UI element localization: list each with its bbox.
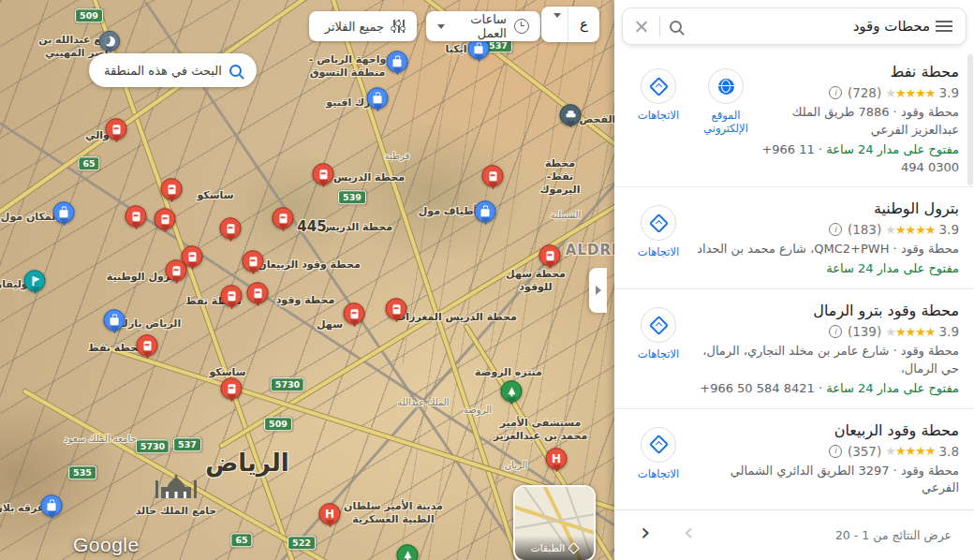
scrollbar[interactable] [967, 54, 973, 185]
result-info: محطة وقود بترو الرمال 3.9★★★★★ (139) محط… [687, 302, 959, 398]
layers-widget[interactable]: الطبقات [513, 485, 596, 560]
gas-pin[interactable] [161, 178, 183, 199]
gas-pin[interactable] [344, 302, 365, 324]
mosque-pin[interactable] [99, 31, 120, 52]
route-shield-522: 522 [288, 536, 316, 550]
mall-pin[interactable] [104, 309, 125, 331]
gas-pin[interactable] [221, 285, 243, 306]
pagination-label: عرض النتائج من 1 - 20 [835, 528, 952, 542]
result-title[interactable]: بترول الوطنية [691, 199, 959, 217]
route-shield-539: 539 [338, 190, 366, 204]
info-icon[interactable] [829, 445, 842, 458]
working-hours-label: ساعات العمل [452, 12, 507, 40]
close-icon[interactable] [623, 20, 659, 34]
landmark-pin[interactable] [24, 270, 46, 291]
star-icon: ★ [906, 444, 916, 458]
language-selector[interactable]: ع [541, 7, 599, 42]
search-result[interactable]: محطة وقود الربيعان 3.8★★★★★ (357) محطة و… [614, 409, 974, 510]
result-rating: 3.9★★★★★ (728) [759, 85, 959, 100]
mall-pin[interactable] [367, 87, 389, 109]
open-hours: مفتوح على مدار 24 ساعة · +966 11 494 030… [759, 141, 959, 177]
directions-icon [648, 76, 668, 96]
star-icon: ★ [906, 223, 916, 237]
chevron-down-icon[interactable] [547, 18, 568, 32]
gas-pin[interactable] [386, 298, 407, 319]
gas-pin[interactable] [220, 217, 242, 239]
website-button[interactable]: الموقع الإلكتروني [697, 68, 755, 136]
info-icon[interactable] [829, 86, 842, 99]
layers-label: الطبقات [531, 542, 565, 553]
search-box[interactable]: محطات وقود [622, 7, 967, 45]
language-label: ع [568, 7, 599, 42]
search-this-area-button[interactable]: البحث في هذه المنطقة [89, 53, 257, 87]
route-shield-5730: 5730 [271, 377, 304, 391]
gas-pin[interactable] [166, 259, 187, 281]
result-title[interactable]: محطة وقود بترو الرمال [691, 302, 959, 319]
all-filters-button[interactable]: جميع الفلاتر [309, 11, 417, 41]
route-shield-65: 65 [230, 533, 252, 547]
result-title[interactable]: محطة نفط [759, 63, 959, 81]
hospital-pin[interactable]: H [546, 448, 568, 469]
star-icon: ★ [925, 325, 936, 339]
park-pin[interactable] [397, 544, 419, 560]
working-hours-button[interactable]: ساعات العمل [426, 11, 540, 41]
mall-pin[interactable] [475, 200, 496, 222]
gas-pin[interactable] [243, 250, 264, 272]
filters-icon [391, 20, 406, 33]
gas-pin[interactable] [155, 208, 176, 229]
pagination: عرض النتائج من 1 - 20 ‹ › [614, 509, 974, 560]
info-icon[interactable] [829, 325, 842, 338]
result-title[interactable]: محطة وقود الربيعان [691, 421, 959, 439]
search-result[interactable]: محطة وقود بترو الرمال 3.9★★★★★ (139) محط… [614, 289, 974, 409]
result-actions: الموقع الإلكتروني الاتجاهات [629, 63, 755, 176]
gas-pin[interactable] [482, 165, 504, 186]
gas-pin[interactable] [247, 282, 269, 303]
mall-pin[interactable] [41, 494, 63, 516]
star-icon: ★ [885, 325, 895, 339]
action-label: الموقع الإلكتروني [697, 110, 755, 136]
star-icon: ★ [925, 86, 936, 100]
star-icon: ★ [885, 444, 895, 458]
search-result[interactable]: بترول الوطنية 3.9★★★★★ (183) محطة وقود ·… [614, 187, 974, 289]
star-icon: ★ [925, 223, 936, 237]
route-shield-537: 537 [173, 437, 201, 451]
result-address: محطة وقود · 7886 طريق الملك عبدالعزيز ال… [759, 104, 959, 140]
route-shield-535: 535 [68, 465, 96, 479]
result-rating: 3.9★★★★★ (183) [691, 222, 959, 237]
route-shield-509: 509 [264, 417, 292, 431]
result-info: محطة وقود الربيعان 3.8★★★★★ (357) محطة و… [687, 421, 959, 500]
gas-pin[interactable] [221, 377, 243, 399]
mall-pin[interactable] [53, 201, 75, 223]
directions-button[interactable]: الاتجاهات [629, 205, 687, 259]
divider [568, 7, 568, 42]
search-result[interactable]: محطة نفط 3.9★★★★★ (728) محطة وقود · 7886… [614, 51, 974, 187]
menu-icon[interactable] [936, 21, 952, 32]
directions-button[interactable]: الاتجاهات [629, 307, 687, 361]
mall-pin[interactable] [387, 51, 408, 72]
directions-button[interactable]: الاتجاهات [629, 68, 687, 123]
search-input[interactable]: محطات وقود [699, 18, 930, 35]
result-address: محطة وقود · 3297 الطريق الدائري الشمالي … [691, 463, 959, 498]
gas-pin[interactable] [313, 163, 334, 184]
star-icon: ★ [915, 86, 925, 100]
gas-pin[interactable] [137, 334, 158, 356]
gas-pin[interactable] [539, 244, 561, 266]
next-page-chevron[interactable]: ‹ [641, 518, 650, 546]
inspection-pin[interactable] [560, 104, 582, 125]
map-canvas[interactable]: 509537539655095730573053753565522جامع عب… [0, 0, 614, 560]
open-hours: مفتوح على مدار 24 ساعة · +966 50 584 842… [691, 380, 959, 398]
park-pin[interactable] [501, 380, 523, 402]
gas-pin[interactable] [106, 118, 127, 140]
collapse-panel-tab[interactable] [589, 268, 607, 313]
search-icon[interactable] [660, 21, 691, 33]
divider [659, 16, 660, 37]
star-icon: ★ [925, 444, 936, 458]
info-icon[interactable] [829, 223, 842, 236]
search-this-area-label: البحث في هذه المنطقة [104, 64, 222, 78]
action-label: الاتجاهات [638, 246, 679, 259]
gas-pin[interactable] [273, 207, 294, 228]
directions-button[interactable]: الاتجاهات [629, 427, 687, 481]
result-address: محطة وقود · شارع عامر بن مخلد النجاري، ا… [691, 343, 959, 378]
hospital-pin[interactable]: H [319, 503, 341, 524]
gas-pin[interactable] [125, 205, 147, 227]
